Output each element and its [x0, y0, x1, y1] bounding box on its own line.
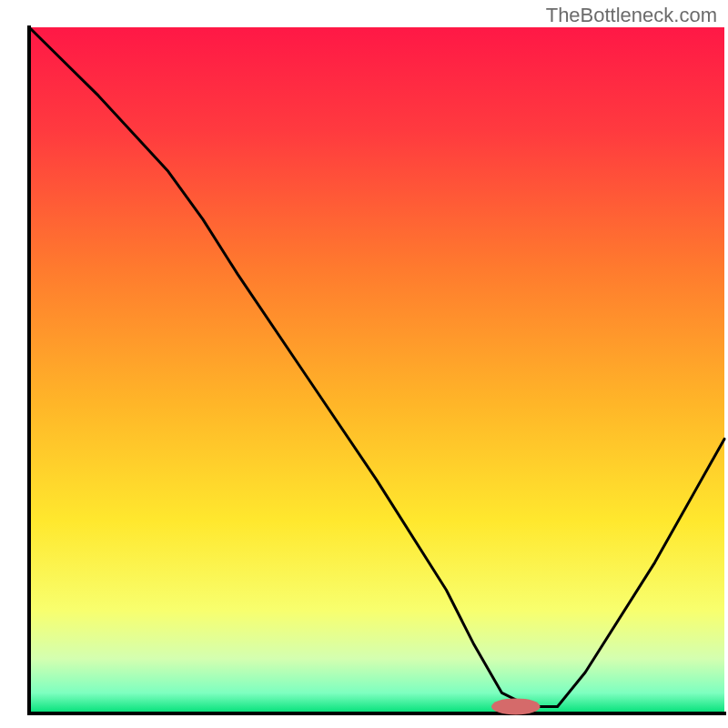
optimal-marker — [491, 698, 540, 714]
gradient-background — [29, 27, 724, 713]
chart-container: TheBottleneck.com — [0, 0, 728, 728]
watermark-text: TheBottleneck.com — [546, 4, 717, 27]
bottleneck-chart — [0, 0, 728, 728]
